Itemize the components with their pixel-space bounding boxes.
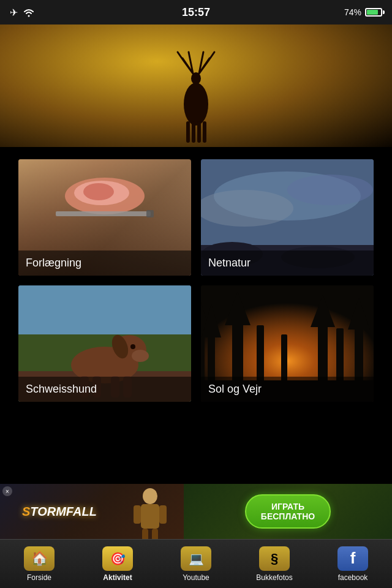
forside-label: Forside [27, 573, 51, 582]
facebook-label: facebook [338, 573, 368, 582]
ad-right-section[interactable]: ИГРАТЬ БЕСПЛАТНО [184, 484, 392, 539]
svg-rect-52 [142, 529, 148, 539]
svg-point-27 [130, 344, 135, 349]
grid-item-netnatur[interactable]: Netnatur [201, 159, 374, 276]
svg-rect-3 [186, 121, 190, 143]
battery-icon [365, 8, 382, 17]
ad-left-section: × STORMFALL [0, 484, 184, 539]
airplane-icon: ✈ [10, 7, 18, 18]
hero-image [0, 24, 392, 147]
ad-banner[interactable]: × STORMFALL ИГРАТЬ БЕСПЛАТНО [0, 484, 392, 539]
ad-close-button[interactable]: × [2, 486, 12, 496]
bukkefotos-icon-box: § [259, 546, 290, 571]
svg-rect-6 [203, 121, 206, 143]
facebook-icon: f [350, 549, 356, 568]
youtube-icon: 💻 [189, 551, 204, 566]
svg-point-0 [28, 15, 30, 17]
aktivitet-icon-box: 🎯 [102, 546, 133, 571]
grid-item-schweisshund[interactable]: Schweisshund [18, 285, 191, 402]
status-time: 15:57 [182, 6, 210, 19]
meat-illustration [56, 168, 154, 224]
status-left: ✈ [10, 7, 35, 18]
wifi-icon [23, 8, 35, 17]
svg-rect-50 [134, 505, 141, 524]
svg-rect-11 [146, 210, 154, 217]
battery-percent: 74% [344, 7, 361, 17]
ad-play-button[interactable]: ИГРАТЬ БЕСПЛАТНО [245, 494, 331, 529]
grid-item-sologvejr-label: Sol og Vejr [201, 377, 374, 402]
grid-item-forlaegning[interactable]: Forlægning [18, 159, 191, 276]
tab-item-forside[interactable]: 🏠 Forside [0, 540, 78, 588]
svg-point-48 [143, 488, 157, 504]
svg-rect-49 [141, 504, 159, 529]
status-bar: ✈ 15:57 74% [0, 0, 392, 24]
forside-icon-box: 🏠 [24, 546, 55, 571]
tab-item-facebook[interactable]: f facebook [314, 540, 392, 588]
bukkefotos-icon: § [271, 551, 278, 567]
svg-rect-53 [152, 529, 158, 539]
forside-icon: 🏠 [31, 551, 48, 567]
grid-item-netnatur-label: Netnatur [201, 251, 374, 276]
grid-item-sologvejr[interactable]: Sol og Vejr [201, 285, 374, 402]
aktivitet-label: Aktivitet [103, 573, 132, 582]
tab-item-youtube[interactable]: 💻 Youtube [157, 540, 235, 588]
warrior-icon [129, 487, 172, 539]
stormfall-logo: STORMFALL [22, 505, 97, 519]
youtube-icon-box: 💻 [181, 546, 211, 571]
svg-rect-51 [159, 505, 167, 524]
facebook-icon-box: f [337, 546, 368, 571]
aktivitet-icon: 🎯 [110, 551, 126, 566]
tab-item-aktivitet[interactable]: 🎯 Aktivitet [78, 540, 157, 588]
svg-rect-10 [56, 211, 151, 216]
grid-item-forlaegning-label: Forlægning [18, 251, 191, 276]
status-right: 74% [344, 7, 382, 17]
svg-point-9 [83, 183, 114, 200]
svg-rect-5 [197, 121, 201, 143]
deer-silhouette [159, 49, 233, 147]
tab-item-bukkefotos[interactable]: § Bukkefotos [235, 540, 314, 588]
tab-bar: 🏠 Forside 🎯 Aktivitet 💻 Youtube § Bukkef… [0, 539, 392, 588]
svg-point-26 [132, 350, 149, 362]
youtube-label: Youtube [183, 573, 209, 582]
bukkefotos-label: Bukkefotos [256, 573, 292, 582]
grid-item-schweisshund-label: Schweisshund [18, 377, 191, 402]
svg-point-15 [287, 175, 373, 205]
grid-section: Forlægning Netnatur [0, 147, 392, 414]
svg-rect-4 [192, 121, 195, 143]
svg-point-2 [184, 83, 208, 126]
